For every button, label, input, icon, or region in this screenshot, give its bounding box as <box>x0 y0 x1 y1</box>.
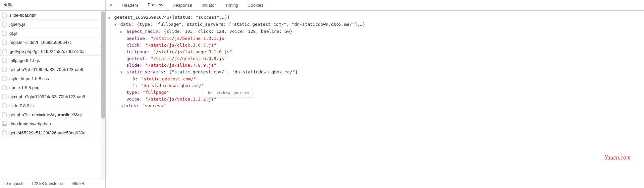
network-requests-panel: 名称 slide-float.htmljquery.jsgt.jsregiste… <box>0 0 106 188</box>
document-file-icon <box>2 85 7 90</box>
details-panel: ✕ HeadersPreviewResponseInitiatorTimingC… <box>106 0 644 188</box>
request-name: ajax.php?gt=019924a82c70bb123aae9. <box>9 94 87 99</box>
request-row[interactable]: gct.e465329e51133f326aade59da930c.. <box>0 128 105 137</box>
callback-name: geetest_1669259910741 <box>114 15 169 20</box>
key-beeline: beeline <box>126 36 145 41</box>
tab-response[interactable]: Response <box>168 0 197 10</box>
tree-row[interactable]: geetest: "/static/js/geetest.6.0.9.js" <box>108 55 641 62</box>
svg-point-1 <box>3 123 4 124</box>
tab-headers[interactable]: Headers <box>117 0 143 10</box>
collapse-arrow-icon[interactable]: ▶ <box>120 28 124 35</box>
key-index-1: 1 <box>132 83 135 88</box>
request-name: sprite.1.5.8.png <box>9 85 40 90</box>
val-click: /static/js/click.3.0.7.js <box>148 43 214 48</box>
key-voice: voice <box>126 97 140 102</box>
tab-timing[interactable]: Timing <box>221 0 243 10</box>
key-fullpage: fullpage <box>126 49 148 54</box>
tree-row[interactable]: voice: "/static/js/voice.1.2.2.js" <box>108 96 641 103</box>
request-row[interactable]: gt.js <box>0 29 105 38</box>
key-type: type <box>126 90 137 95</box>
tree-row[interactable]: ▼ geetest_1669259910741({status: "succes… <box>108 14 641 21</box>
key-data: data <box>120 22 131 27</box>
tree-row[interactable]: status: "success" <box>108 103 641 109</box>
document-file-icon <box>2 112 7 117</box>
request-row[interactable]: jquery.js <box>0 20 105 29</box>
close-icon[interactable]: ✕ <box>107 1 115 9</box>
tree-row[interactable]: slide: "/static/js/slide.7.8.9.js" <box>108 62 641 69</box>
val-static-1: dn-staticdown.qbox.me/ <box>144 83 201 88</box>
document-file-icon <box>2 40 7 45</box>
request-name: gt.js <box>9 31 17 36</box>
request-row[interactable]: style_https.1.5.8.css <box>0 74 105 83</box>
watermark: Yuucn.com <box>604 154 631 161</box>
static-servers-preview: ["static.geetest.com/", "dn-staticdown.q… <box>169 69 298 74</box>
expand-arrow-icon[interactable]: ▼ <box>120 69 124 76</box>
resources-size: 995 kB <box>68 181 87 186</box>
tree-row[interactable]: 0: "static.geetest.com/" <box>108 76 641 82</box>
document-file-icon <box>2 94 7 99</box>
requests-count: 20 requests <box>3 181 28 186</box>
transferred-size: 122 kB transferred <box>28 181 68 186</box>
tree-row[interactable]: click: "/static/js/click.3.0.7.js" <box>108 42 641 49</box>
preview-content[interactable]: ▼ geetest_1669259910741({status: "succes… <box>106 11 644 188</box>
request-row[interactable]: register-slide?t=1669259906471 <box>0 38 105 47</box>
key-aspect-radio: aspect_radio <box>126 29 158 34</box>
request-name: data:image/webp;bas... <box>9 121 54 126</box>
document-file-icon <box>2 12 7 18</box>
expand-arrow-icon[interactable]: ▼ <box>108 14 112 21</box>
expand-arrow-icon[interactable]: ▼ <box>114 21 118 28</box>
tree-row[interactable]: ▼ data: {type: "fullpage", static_server… <box>108 21 641 28</box>
tab-preview[interactable]: Preview <box>143 0 168 10</box>
scrollbar-thumb[interactable] <box>101 11 105 119</box>
request-list: slide-float.htmljquery.jsgt.jsregister-s… <box>0 11 105 179</box>
request-row[interactable]: get.php?gt=019924a82c70bb123aae9.. <box>0 65 105 74</box>
tree-row[interactable]: fullpage: "/static/js/fullpage.9.1.0.js" <box>108 49 641 55</box>
request-row[interactable]: slide.7.8.9.js <box>0 101 105 110</box>
tabs-bar: ✕ HeadersPreviewResponseInitiatorTimingC… <box>106 0 644 11</box>
request-row[interactable]: sprite.1.5.8.png <box>0 83 105 92</box>
data-preview: {type: "fullpage", static_servers: ["sta… <box>137 22 365 27</box>
image-file-icon <box>2 121 7 126</box>
val-geetest: /static/js/geetest.6.0.9.js <box>153 56 224 61</box>
request-name: slide-float.html <box>9 13 38 18</box>
document-file-icon <box>2 67 7 72</box>
tree-row[interactable]: 1: "dn-staticdown.qbox.me/" <box>108 82 641 89</box>
request-name: get.php?is_next=true&type=slide3&gt. <box>9 112 83 117</box>
key-index-0: 0 <box>132 76 135 81</box>
request-row[interactable]: fullpage.9.1.0.js <box>0 56 105 65</box>
tree-row[interactable]: ▼ static_servers: ["static.geetest.com/"… <box>108 69 641 76</box>
val-beeline: /static/js/beeline.1.0.1.js <box>153 36 224 41</box>
request-name: jquery.js <box>9 22 25 27</box>
val-slide: /static/js/slide.7.8.9.js <box>148 63 214 68</box>
scrollbar-track[interactable] <box>101 11 105 179</box>
document-file-icon <box>2 49 7 54</box>
name-column-header[interactable]: 名称 <box>0 0 105 11</box>
key-static-servers: static_servers <box>126 69 163 74</box>
request-name: fullpage.9.1.0.js <box>9 58 40 63</box>
args-preview: {status: "success",…} <box>172 15 227 20</box>
request-name: style_https.1.5.8.css <box>9 76 49 81</box>
request-row[interactable]: get.php?is_next=true&type=slide3&gt. <box>0 110 105 119</box>
tree-row[interactable]: beeline: "/static/js/beeline.1.0.1.js" <box>108 35 641 42</box>
request-name: register-slide?t=1669259906471 <box>9 40 72 45</box>
aspect-radio-preview: {slide: 103, click: 128, voice: 128, bee… <box>164 29 292 34</box>
tree-row[interactable]: type: "fullpage" <box>108 89 641 96</box>
request-row[interactable]: gettype.php?gt=019924a82c70bb123a. <box>0 47 105 56</box>
key-status: status <box>120 103 136 108</box>
tab-cookies[interactable]: Cookies <box>243 0 268 10</box>
request-name: slide.7.8.9.js <box>9 103 34 108</box>
tree-row[interactable]: ▶ aspect_radio: {slide: 103, click: 128,… <box>108 28 641 35</box>
val-static-0: static.geetest.com/ <box>144 76 194 81</box>
request-row[interactable]: slide-float.html <box>0 11 105 20</box>
request-name: gct.e465329e51133f326aade59da930c.. <box>9 130 88 135</box>
request-row[interactable]: ajax.php?gt=019924a82c70bb123aae9. <box>0 92 105 101</box>
document-file-icon <box>2 30 7 36</box>
request-name: get.php?gt=019924a82c70bb123aae9.. <box>9 67 86 72</box>
val-status: success <box>145 103 163 108</box>
key-geetest: geetest <box>126 56 145 61</box>
document-file-icon <box>2 130 7 135</box>
document-file-icon <box>2 21 7 27</box>
request-row[interactable]: data:image/webp;bas... <box>0 119 105 128</box>
document-file-icon <box>2 58 7 63</box>
tab-initiator[interactable]: Initiator <box>197 0 221 10</box>
